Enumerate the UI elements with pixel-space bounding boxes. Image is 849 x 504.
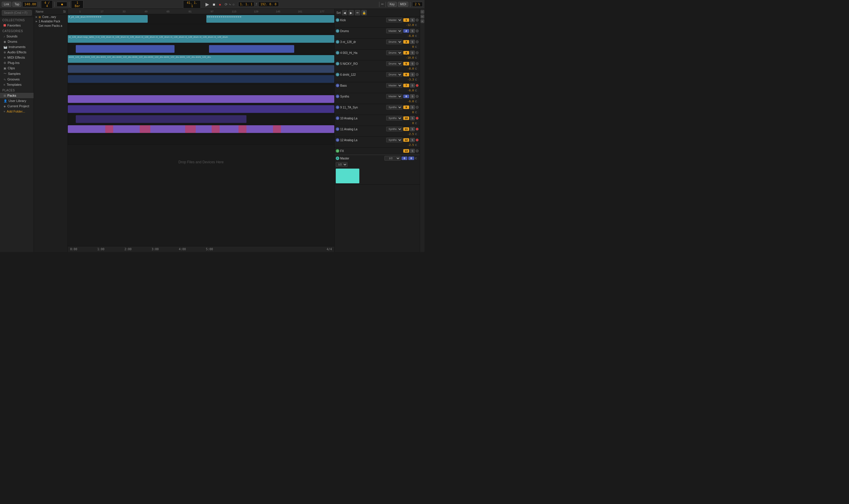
sidebar-item-clips[interactable]: ▣ Clips (0, 66, 34, 71)
sidebar-item-midi-effects[interactable]: ≋ MIDI Effects (0, 55, 34, 60)
track5-num[interactable]: 5 (403, 62, 409, 66)
master-num1[interactable]: 0 (401, 157, 408, 160)
bass-icon[interactable]: ⊙ (336, 84, 339, 87)
track12-dot[interactable] (416, 139, 419, 142)
play-button[interactable]: ▶ (204, 1, 210, 8)
track6-s[interactable]: S (410, 72, 415, 77)
sidebar-item-plugins[interactable]: ⚙ Plug-Ins (0, 60, 34, 66)
track-clip-4b[interactable] (209, 45, 294, 53)
track3-dest[interactable]: Drums (386, 39, 402, 44)
track-clip-6[interactable] (68, 65, 334, 73)
master-num2[interactable]: 0 (408, 157, 414, 160)
sidebar-item-user-library[interactable]: 👤 User Library (0, 98, 34, 104)
sidebar-item-drums[interactable]: ◉ Drums (0, 39, 34, 44)
position-display[interactable]: 41. 1. 1 (183, 0, 201, 8)
track4-dot[interactable] (416, 51, 419, 54)
track5-dot[interactable] (416, 62, 419, 65)
sidebar-item-favorites[interactable]: Favorites (0, 23, 34, 28)
track4-num[interactable]: 4 (403, 51, 409, 55)
fx-num[interactable]: 13 (403, 149, 409, 153)
mixer-edit-btn[interactable]: ✏ (355, 10, 360, 15)
track-clip-11[interactable] (76, 115, 247, 123)
kick-dot[interactable] (416, 19, 419, 21)
track4-dest[interactable]: Drums (386, 50, 402, 55)
loop-start[interactable]: 1. 1. 1 (238, 2, 254, 7)
track4-icon[interactable]: ⊙ (336, 51, 339, 55)
kick-dest-select[interactable]: Master (386, 18, 402, 22)
side-btn-2[interactable]: M (421, 15, 424, 18)
browser-item-get-more[interactable]: Get more Packs a (34, 23, 68, 28)
track-content-4[interactable] (68, 44, 334, 54)
synths-num[interactable]: 8 (403, 95, 409, 98)
track-content-synths[interactable] (68, 84, 334, 94)
track-clip-12-pink4[interactable] (212, 125, 220, 133)
bass-dot[interactable] (416, 84, 419, 87)
side-btn-1[interactable]: ⊙ (421, 10, 424, 14)
synths-icon[interactable]: ⊙ (336, 95, 339, 98)
track3-icon[interactable]: ⊙ (336, 40, 339, 43)
drums-dot[interactable] (416, 30, 419, 32)
track-content-10[interactable] (68, 104, 334, 114)
track9-s[interactable]: S (410, 105, 415, 109)
browser-item-core[interactable]: ▶ ⊞ Core...rary (34, 15, 68, 19)
track10-s[interactable]: S (410, 116, 415, 120)
side-btn-3[interactable]: ⊕ (421, 19, 424, 23)
track10-num[interactable]: 10 (403, 116, 409, 120)
track12-icon[interactable]: ⊙ (336, 138, 339, 142)
timeline[interactable]: 1 17 33 49 65 81 97 113 129 145 161 177 (68, 9, 334, 14)
track-clip-5[interactable]: dmht_122_dru dmht_122_dru dmht_122_dru d… (68, 55, 334, 63)
track10-icon[interactable]: ⊙ (336, 116, 339, 120)
bass-clip[interactable] (68, 75, 334, 83)
sidebar-item-sounds[interactable]: ♪ Sounds (0, 34, 34, 39)
track-clip[interactable]: ff_ptt_128_drum ff ff ff ff ff ff ff ff (68, 15, 148, 23)
sidebar-item-audio-effects[interactable]: ⊕ Audio Effects (0, 50, 34, 55)
track10-dest[interactable]: Synths (386, 116, 402, 121)
sidebar-item-add-folder[interactable]: + Add Folder... (0, 109, 34, 114)
fx-icon[interactable]: ⊙ (336, 149, 339, 153)
sidebar-item-instruments[interactable]: 🎹 Instruments (0, 44, 34, 50)
track12-s[interactable]: S (410, 138, 415, 142)
track11-num[interactable]: 11 (403, 127, 409, 131)
track-clip-12-pink3[interactable] (185, 125, 196, 133)
time-sig-display[interactable]: 4 / 4 (41, 0, 53, 8)
track-content-fx[interactable] (68, 134, 334, 144)
track5-dest[interactable]: Drums (386, 61, 402, 66)
sidebar-item-packs[interactable]: ⊞ Packs (0, 93, 34, 98)
mixer-prev-btn[interactable]: ◀ (342, 10, 347, 15)
track11-dest[interactable]: Synths (386, 127, 402, 131)
synths-dot[interactable] (416, 95, 419, 98)
track-clip-12-pink5[interactable] (238, 125, 247, 133)
track9-num[interactable]: 9 (403, 106, 409, 109)
synths-dest[interactable]: Master (386, 94, 402, 99)
drums-dest-select[interactable]: Master (386, 29, 402, 33)
track-clip-9[interactable] (68, 95, 334, 103)
track-clip-12-pink6[interactable] (273, 125, 281, 133)
drums-track-icon[interactable]: ⊙ (336, 29, 339, 33)
track-content-9[interactable] (68, 94, 334, 104)
kick-num[interactable]: 1 (403, 18, 409, 22)
stop-button[interactable]: ■ (211, 1, 216, 7)
track-clip-12-pink1[interactable] (105, 125, 113, 133)
sidebar-item-samples[interactable]: 〜 Samples (0, 71, 34, 77)
fx-s[interactable]: S (410, 149, 415, 153)
kick-track-icon[interactable]: ⊙ (336, 18, 339, 22)
track3-s[interactable]: S (410, 40, 415, 44)
track3-num[interactable]: 3 (403, 40, 409, 43)
fx-dot[interactable] (416, 149, 419, 152)
tempo-right[interactable]: 192. 0. 0 (258, 2, 279, 7)
track11-dot[interactable] (416, 128, 419, 130)
track5-icon[interactable]: ⊙ (336, 62, 339, 66)
bar-setting[interactable]: 1 Bar (71, 0, 84, 8)
track3-dot[interactable] (416, 40, 419, 43)
track-content-kick[interactable]: ff_ptt_128_drum ff ff ff ff ff ff ff ff … (68, 14, 334, 24)
track-clip-3[interactable]: nt_128_drum loop_tahto_h nt_128_drum nt_… (68, 35, 334, 43)
sidebar-item-grooves[interactable]: ∿ Grooves (0, 77, 34, 82)
tap-button[interactable]: Tap (12, 2, 21, 7)
track-clip-4a[interactable] (76, 45, 174, 53)
drums-num[interactable]: 2 (403, 29, 409, 33)
track-content-3[interactable]: nt_128_drum loop_tahto_h nt_128_drum nt_… (68, 34, 334, 44)
key-button[interactable]: Key (387, 2, 397, 7)
track-clip-10[interactable] (68, 105, 334, 113)
track12-dest[interactable]: Synths (386, 138, 402, 142)
bass-s[interactable]: S (410, 84, 415, 88)
